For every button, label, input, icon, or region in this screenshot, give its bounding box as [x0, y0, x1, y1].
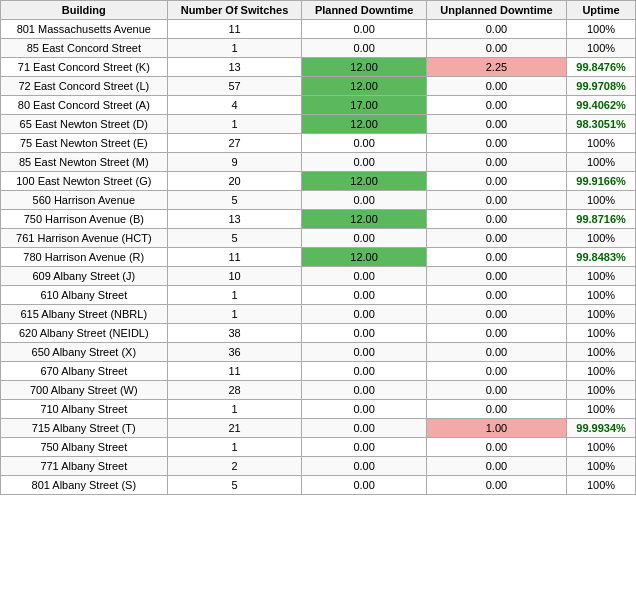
- cell-building: 801 Albany Street (S): [1, 476, 168, 495]
- cell-uptime: 100%: [567, 134, 636, 153]
- cell-building: 65 East Newton Street (D): [1, 115, 168, 134]
- cell-unplanned: 0.00: [426, 343, 566, 362]
- cell-unplanned: 0.00: [426, 210, 566, 229]
- table-row: 100 East Newton Street (G)2012.000.0099.…: [1, 172, 636, 191]
- cell-building: 85 East Concord Street: [1, 39, 168, 58]
- table-row: 80 East Concord Street (A)417.000.0099.4…: [1, 96, 636, 115]
- cell-switches: 9: [167, 153, 302, 172]
- cell-uptime: 100%: [567, 362, 636, 381]
- cell-unplanned: 0.00: [426, 476, 566, 495]
- table-row: 750 Albany Street10.000.00100%: [1, 438, 636, 457]
- cell-building: 715 Albany Street (T): [1, 419, 168, 438]
- cell-unplanned: 0.00: [426, 229, 566, 248]
- table-row: 75 East Newton Street (E)270.000.00100%: [1, 134, 636, 153]
- cell-switches: 57: [167, 77, 302, 96]
- cell-planned: 0.00: [302, 438, 426, 457]
- cell-building: 85 East Newton Street (M): [1, 153, 168, 172]
- cell-planned: 0.00: [302, 419, 426, 438]
- table-row: 71 East Concord Street (K)1312.002.2599.…: [1, 58, 636, 77]
- cell-uptime: 98.3051%: [567, 115, 636, 134]
- cell-switches: 11: [167, 20, 302, 39]
- cell-uptime: 100%: [567, 39, 636, 58]
- cell-switches: 10: [167, 267, 302, 286]
- cell-planned: 12.00: [302, 172, 426, 191]
- cell-unplanned: 0.00: [426, 77, 566, 96]
- cell-building: 750 Albany Street: [1, 438, 168, 457]
- cell-switches: 20: [167, 172, 302, 191]
- cell-unplanned: 0.00: [426, 267, 566, 286]
- cell-uptime: 99.9708%: [567, 77, 636, 96]
- cell-planned: 0.00: [302, 362, 426, 381]
- header-uptime: Uptime: [567, 1, 636, 20]
- cell-building: 700 Albany Street (W): [1, 381, 168, 400]
- main-table-container: Building Number Of Switches Planned Down…: [0, 0, 636, 495]
- cell-uptime: 99.8476%: [567, 58, 636, 77]
- table-row: 710 Albany Street10.000.00100%: [1, 400, 636, 419]
- cell-building: 780 Harrison Avenue (R): [1, 248, 168, 267]
- cell-building: 771 Albany Street: [1, 457, 168, 476]
- cell-planned: 0.00: [302, 476, 426, 495]
- cell-planned: 0.00: [302, 343, 426, 362]
- cell-uptime: 99.9934%: [567, 419, 636, 438]
- cell-building: 670 Albany Street: [1, 362, 168, 381]
- cell-uptime: 100%: [567, 153, 636, 172]
- cell-unplanned: 0.00: [426, 400, 566, 419]
- table-row: 615 Albany Street (NBRL)10.000.00100%: [1, 305, 636, 324]
- cell-uptime: 100%: [567, 457, 636, 476]
- cell-building: 560 Harrison Avenue: [1, 191, 168, 210]
- header-planned: Planned Downtime: [302, 1, 426, 20]
- cell-switches: 36: [167, 343, 302, 362]
- cell-switches: 2: [167, 457, 302, 476]
- cell-planned: 0.00: [302, 267, 426, 286]
- cell-building: 710 Albany Street: [1, 400, 168, 419]
- cell-planned: 0.00: [302, 39, 426, 58]
- table-body: 801 Massachusetts Avenue110.000.00100%85…: [1, 20, 636, 495]
- cell-planned: 17.00: [302, 96, 426, 115]
- cell-building: 72 East Concord Street (L): [1, 77, 168, 96]
- cell-planned: 12.00: [302, 248, 426, 267]
- cell-planned: 0.00: [302, 229, 426, 248]
- cell-unplanned: 0.00: [426, 115, 566, 134]
- cell-uptime: 99.8716%: [567, 210, 636, 229]
- cell-unplanned: 0.00: [426, 172, 566, 191]
- table-row: 761 Harrison Avenue (HCT)50.000.00100%: [1, 229, 636, 248]
- cell-planned: 0.00: [302, 153, 426, 172]
- cell-building: 100 East Newton Street (G): [1, 172, 168, 191]
- cell-unplanned: 0.00: [426, 96, 566, 115]
- table-row: 85 East Newton Street (M)90.000.00100%: [1, 153, 636, 172]
- table-row: 670 Albany Street110.000.00100%: [1, 362, 636, 381]
- cell-switches: 11: [167, 362, 302, 381]
- cell-switches: 1: [167, 286, 302, 305]
- cell-switches: 27: [167, 134, 302, 153]
- cell-planned: 0.00: [302, 400, 426, 419]
- cell-switches: 13: [167, 210, 302, 229]
- cell-unplanned: 0.00: [426, 39, 566, 58]
- cell-unplanned: 1.00: [426, 419, 566, 438]
- cell-uptime: 100%: [567, 343, 636, 362]
- cell-uptime: 100%: [567, 20, 636, 39]
- cell-switches: 4: [167, 96, 302, 115]
- cell-switches: 5: [167, 229, 302, 248]
- cell-switches: 5: [167, 191, 302, 210]
- cell-planned: 0.00: [302, 286, 426, 305]
- table-row: 610 Albany Street10.000.00100%: [1, 286, 636, 305]
- cell-uptime: 100%: [567, 400, 636, 419]
- cell-unplanned: 0.00: [426, 134, 566, 153]
- cell-switches: 11: [167, 248, 302, 267]
- cell-planned: 12.00: [302, 210, 426, 229]
- cell-building: 761 Harrison Avenue (HCT): [1, 229, 168, 248]
- cell-uptime: 100%: [567, 476, 636, 495]
- cell-unplanned: 0.00: [426, 248, 566, 267]
- cell-planned: 12.00: [302, 115, 426, 134]
- cell-planned: 0.00: [302, 457, 426, 476]
- table-row: 560 Harrison Avenue50.000.00100%: [1, 191, 636, 210]
- cell-building: 80 East Concord Street (A): [1, 96, 168, 115]
- cell-planned: 0.00: [302, 134, 426, 153]
- cell-planned: 12.00: [302, 58, 426, 77]
- cell-switches: 1: [167, 39, 302, 58]
- cell-uptime: 100%: [567, 438, 636, 457]
- cell-unplanned: 0.00: [426, 324, 566, 343]
- table-row: 750 Harrison Avenue (B)1312.000.0099.871…: [1, 210, 636, 229]
- cell-unplanned: 0.00: [426, 457, 566, 476]
- table-row: 780 Harrison Avenue (R)1112.000.0099.848…: [1, 248, 636, 267]
